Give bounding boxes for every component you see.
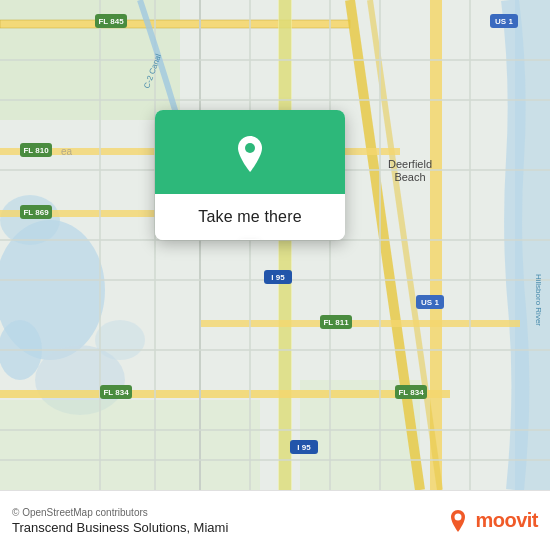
svg-text:FL 845: FL 845 [98,17,124,26]
svg-text:FL 811: FL 811 [323,318,349,327]
svg-text:Hillsboro River: Hillsboro River [534,274,543,326]
popup-card: Take me there [155,110,345,240]
svg-text:US 1: US 1 [421,298,439,307]
popup-green-area [155,110,345,194]
svg-text:Beach: Beach [394,171,425,183]
map-svg: FL 845 US 1 FL 810 FL 869 I 95 US 1 FL 8… [0,0,550,490]
svg-text:US 1: US 1 [495,17,513,26]
osm-credit: © OpenStreetMap contributors [12,507,228,518]
svg-rect-18 [200,320,520,327]
svg-text:FL 834: FL 834 [103,388,129,397]
moovit-text: moovit [475,509,538,532]
svg-rect-17 [0,390,450,398]
location-pin-icon [228,132,272,176]
svg-text:I 95: I 95 [297,443,311,452]
svg-text:FL 834: FL 834 [398,388,424,397]
bottom-bar: © OpenStreetMap contributors Transcend B… [0,490,550,550]
svg-point-2 [0,195,60,245]
svg-point-4 [95,320,145,360]
business-name: Transcend Business Solutions, Miami [12,520,228,535]
svg-text:Deerfield: Deerfield [388,158,432,170]
svg-point-59 [245,143,255,153]
svg-text:FL 810: FL 810 [23,146,49,155]
svg-text:ea: ea [61,146,73,157]
svg-rect-7 [0,400,260,490]
svg-text:FL 869: FL 869 [23,208,49,217]
svg-rect-16 [279,0,291,490]
bottom-left: © OpenStreetMap contributors Transcend B… [12,507,228,535]
map-container: FL 845 US 1 FL 810 FL 869 I 95 US 1 FL 8… [0,0,550,490]
svg-rect-10 [0,20,350,28]
svg-text:I 95: I 95 [271,273,285,282]
moovit-pin-icon [445,508,471,534]
moovit-logo[interactable]: moovit [445,508,538,534]
take-me-there-button[interactable]: Take me there [155,194,345,240]
svg-point-60 [455,513,462,520]
popup-triangle [240,239,260,240]
